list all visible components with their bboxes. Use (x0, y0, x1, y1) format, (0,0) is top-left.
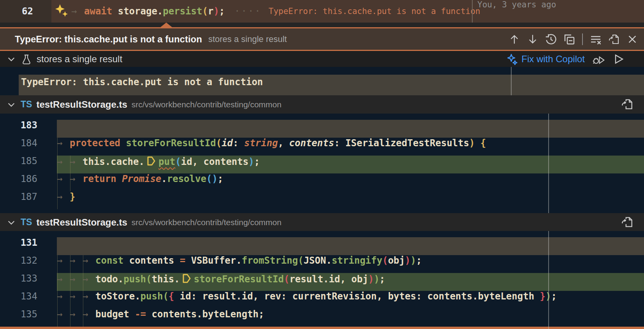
code-token: await (84, 6, 118, 17)
code-token: ; (416, 255, 422, 266)
code-token: . (161, 173, 167, 184)
code-excerpt: 131132→→→const contents = VSBuffer.fromS… (0, 231, 644, 329)
editor-gap (0, 23, 644, 27)
code-line[interactable]: 135→→→budget -= contents.byteLength; (0, 309, 644, 327)
code-line[interactable]: 186→→return Promise.resolve(); (0, 173, 644, 191)
code-line[interactable]: →await storage.persist(r); (71, 0, 225, 23)
code-token: return (83, 173, 122, 184)
debug-test-icon[interactable] (592, 52, 605, 66)
line-number: 132 (0, 255, 57, 273)
chevron-down-icon[interactable] (6, 217, 16, 228)
sparkle-icon[interactable] (54, 4, 70, 19)
code-token: resolve (167, 173, 206, 184)
code-token: → (57, 173, 70, 184)
copy-file-icon[interactable] (621, 98, 634, 111)
typescript-file-icon: TS (21, 217, 32, 228)
marker-icon[interactable] (146, 156, 156, 166)
line-number: 186 (0, 173, 57, 191)
editor-ruler (548, 114, 549, 213)
code-token: → (70, 274, 83, 285)
line-number: 187 (0, 191, 57, 209)
code-token: storeForResultId (194, 274, 284, 285)
line-number: 183 (0, 120, 57, 138)
line-number: 62 (0, 0, 51, 23)
code-line-content: →→→budget -= contents.byteLength; (57, 309, 644, 327)
line-number: 184 (0, 138, 57, 156)
clear-results-icon[interactable] (589, 33, 602, 46)
code-line[interactable]: 187→} (0, 191, 644, 209)
git-blame: You, 3 years ago (477, 0, 644, 23)
code-token: : (233, 138, 244, 149)
file-name: testResultStorage.ts (36, 217, 127, 228)
code-token: ; (219, 6, 225, 17)
file-header[interactable]: TS testResultStorage.ts src/vs/workbench… (0, 213, 644, 231)
code-token: this. (152, 274, 180, 285)
close-icon[interactable] (626, 33, 639, 46)
indent-guide (70, 156, 70, 191)
code-line[interactable]: 184→protected storeForResultId(id: strin… (0, 138, 644, 156)
whitespace-dots: ···· (234, 6, 262, 17)
copy-file-icon[interactable] (621, 215, 634, 229)
code-token: string (244, 138, 278, 149)
editor-ruler (511, 67, 512, 95)
code-line[interactable]: 185→→this.cache.put(id, contents); (0, 156, 644, 173)
code-line[interactable]: 131 (0, 237, 644, 255)
file-header[interactable]: TS testResultStorage.ts src/vs/workbench… (0, 95, 644, 114)
code-token: → (70, 291, 83, 302)
code-token: ; (380, 274, 385, 285)
code-token (475, 138, 480, 149)
code-token: , (253, 291, 264, 302)
test-result-row[interactable]: stores a single result Fix with Copilot (0, 51, 644, 67)
code-token: storeForResultId (126, 138, 216, 149)
code-line-content: →→→const contents = VSBuffer.fromString(… (57, 255, 644, 273)
test-results-peek-view: 62 →await storage.persist(r); ···· TypeE… (0, 0, 644, 329)
history-icon[interactable] (545, 33, 557, 46)
code-token: . (118, 274, 123, 285)
code-token: → (70, 309, 83, 320)
error-message-block[interactable]: TypeError: this.cache.put is not a funct… (19, 75, 644, 95)
peek-border-bottom (0, 327, 644, 329)
peek-title: TypeError: this.cache.put is not a funct… (15, 34, 202, 45)
code-token: = (180, 255, 191, 266)
code-token: ; (551, 291, 556, 302)
fix-with-copilot-button[interactable]: Fix with Copilot (506, 53, 585, 65)
code-token: ( (163, 291, 168, 302)
next-arrow-icon[interactable] (526, 33, 539, 46)
code-token: -= (135, 309, 151, 320)
code-line[interactable]: 133→→→todo.push(this.storeForResultId(re… (0, 273, 644, 291)
code-token: . (236, 255, 241, 266)
code-token: : (334, 138, 345, 149)
code-token: contents (129, 255, 180, 266)
code-token: budget (95, 309, 135, 320)
code-token: → (83, 309, 95, 320)
code-line[interactable]: 183 (0, 120, 644, 138)
code-token: id: (180, 291, 202, 302)
code-token: ( (284, 274, 289, 285)
code-token: → (57, 291, 70, 302)
code-line[interactable]: 132→→→const contents = VSBuffer.fromStri… (0, 255, 644, 273)
code-token: contents (289, 138, 334, 149)
code-token: currentRevision (292, 291, 377, 302)
code-token: ) (248, 156, 254, 167)
open-in-editor-icon[interactable] (608, 33, 620, 46)
duplicate-icon[interactable] (563, 33, 575, 46)
code-token: ( (146, 274, 151, 285)
code-token: result.id (289, 274, 340, 285)
code-token: → (70, 156, 83, 167)
previous-arrow-icon[interactable] (508, 33, 521, 46)
error-message-area: TypeError: this.cache.put is not a funct… (0, 67, 644, 95)
code-token: id (181, 156, 192, 167)
code-line[interactable]: 134→→→toStore.push({ id: result.id, rev:… (0, 291, 644, 309)
chevron-down-icon[interactable] (6, 100, 16, 110)
code-token: persist (163, 6, 202, 17)
code-token: const (95, 255, 129, 266)
chevron-down-icon[interactable] (6, 54, 16, 64)
run-test-icon[interactable] (612, 53, 625, 65)
marker-icon[interactable] (182, 273, 191, 284)
code-token: → (70, 255, 83, 266)
code-token: ISerializedTestResults (345, 138, 469, 149)
code-token: , (340, 274, 351, 285)
code-token: VSBuffer (191, 255, 236, 266)
code-token: ; (218, 173, 223, 184)
editor-line-62[interactable]: 62 →await storage.persist(r); ···· TypeE… (0, 0, 644, 23)
